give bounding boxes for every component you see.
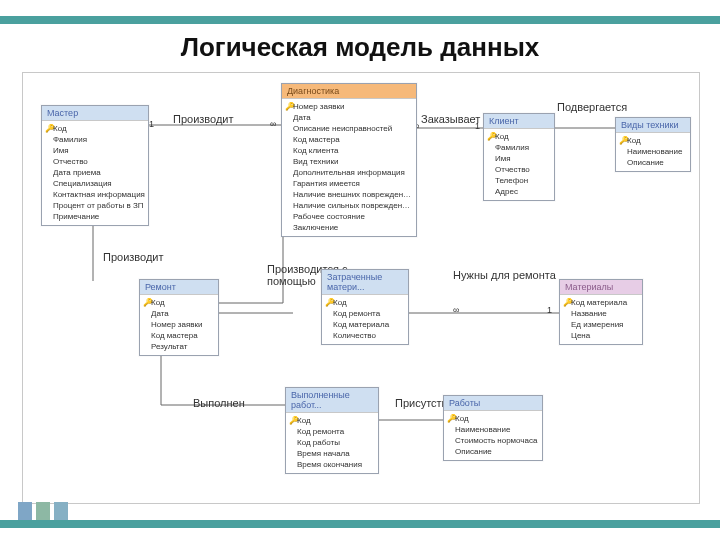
field: Контактная информация bbox=[53, 190, 145, 200]
field: Код клиента bbox=[293, 146, 413, 156]
field: Имя bbox=[495, 154, 551, 164]
field: Дата bbox=[293, 113, 413, 123]
key-icon: 🔑 bbox=[563, 298, 571, 308]
entity-body: 🔑Код материала Название Ед измерения Цен… bbox=[560, 295, 642, 344]
field: Заключение bbox=[293, 223, 413, 233]
field: Код мастера bbox=[293, 135, 413, 145]
footer-tab-1 bbox=[18, 502, 32, 520]
entity-header: Диагностика bbox=[282, 84, 416, 99]
field: Ед измерения bbox=[571, 320, 639, 330]
field: Название bbox=[571, 309, 639, 319]
field: Код материала bbox=[333, 320, 405, 330]
entity-header: Затраченные матери... bbox=[322, 270, 408, 295]
entity-header: Мастер bbox=[42, 106, 148, 121]
field: Описание bbox=[455, 447, 539, 457]
entity-done-work: Выполненные работ... 🔑Код Код ремонта Ко… bbox=[285, 387, 379, 474]
field: Код bbox=[333, 298, 405, 308]
field: Адрес bbox=[495, 187, 551, 197]
entity-body: 🔑Код Фамилия Имя Отчество Дата приема Сп… bbox=[42, 121, 148, 225]
field: Отчество bbox=[495, 165, 551, 175]
entity-body: 🔑Номер заявки Дата Описание неисправност… bbox=[282, 99, 416, 236]
field: Имя bbox=[53, 146, 145, 156]
field: Цена bbox=[571, 331, 639, 341]
field: Код bbox=[455, 414, 539, 424]
field: Номер заявки bbox=[293, 102, 413, 112]
field: Количество bbox=[333, 331, 405, 341]
entity-header: Ремонт bbox=[140, 280, 218, 295]
field: Вид техники bbox=[293, 157, 413, 167]
cardinality-mark: ∞ bbox=[270, 119, 276, 129]
entity-repair: Ремонт 🔑Код Дата Номер заявки Код мастер… bbox=[139, 279, 219, 356]
entity-spent-materials: Затраченные матери... 🔑Код Код ремонта К… bbox=[321, 269, 409, 345]
field: Рабочее состояние bbox=[293, 212, 413, 222]
entity-body: 🔑Код Фамилия Имя Отчество Телефон Адрес bbox=[484, 129, 554, 200]
field: Код ремонта bbox=[297, 427, 375, 437]
rel-done: Выполнен bbox=[193, 397, 245, 409]
top-accent-bar bbox=[0, 16, 720, 24]
field: Время окончания bbox=[297, 460, 375, 470]
field: Время начала bbox=[297, 449, 375, 459]
rel-produces-2: Производит bbox=[103, 251, 164, 263]
entity-body: 🔑Код Код ремонта Код материала Количеств… bbox=[322, 295, 408, 344]
entity-header: Материалы bbox=[560, 280, 642, 295]
field: Фамилия bbox=[53, 135, 145, 145]
field: Отчество bbox=[53, 157, 145, 167]
field: Дата bbox=[151, 309, 215, 319]
key-icon: 🔑 bbox=[143, 298, 151, 308]
entity-materials: Материалы 🔑Код материала Название Ед изм… bbox=[559, 279, 643, 345]
field: Код ремонта bbox=[333, 309, 405, 319]
field: Описание неисправностей bbox=[293, 124, 413, 134]
entity-header: Клиент bbox=[484, 114, 554, 129]
field: Код bbox=[151, 298, 215, 308]
rel-needed: Нужны для ремонта bbox=[453, 269, 556, 281]
cardinality-mark: 1 bbox=[149, 119, 154, 129]
field: Телефон bbox=[495, 176, 551, 186]
bottom-accent-bar bbox=[0, 520, 720, 528]
key-icon: 🔑 bbox=[45, 124, 53, 134]
entity-body: 🔑Код Наименование Стоимость нормочаса Оп… bbox=[444, 411, 542, 460]
key-icon: 🔑 bbox=[487, 132, 495, 142]
key-icon: 🔑 bbox=[619, 136, 627, 146]
field: Код bbox=[495, 132, 551, 142]
slide: Логическая модель данных Производит Зака… bbox=[0, 0, 720, 540]
field: Код мастера bbox=[151, 331, 215, 341]
diagram-canvas: Производит Заказывает Подвергается Произ… bbox=[22, 72, 700, 504]
page-title: Логическая модель данных bbox=[0, 32, 720, 63]
field: Результат bbox=[151, 342, 215, 352]
field: Стоимость нормочаса bbox=[455, 436, 539, 446]
field: Гарантия имеется bbox=[293, 179, 413, 189]
field: Специализация bbox=[53, 179, 145, 189]
field: Примечание bbox=[53, 212, 145, 222]
rel-subject-to: Подвергается bbox=[557, 101, 627, 113]
key-icon: 🔑 bbox=[325, 298, 333, 308]
entity-client: Клиент 🔑Код Фамилия Имя Отчество Телефон… bbox=[483, 113, 555, 201]
entity-body: 🔑Код Код ремонта Код работы Время начала… bbox=[286, 413, 378, 473]
rel-produces-1: Производит bbox=[173, 113, 234, 125]
field: Номер заявки bbox=[151, 320, 215, 330]
key-icon: 🔑 bbox=[447, 414, 455, 424]
field: Фамилия bbox=[495, 143, 551, 153]
entity-header: Работы bbox=[444, 396, 542, 411]
footer-tab-3 bbox=[54, 502, 68, 520]
entity-body: 🔑Код Дата Номер заявки Код мастера Резул… bbox=[140, 295, 218, 355]
footer-tab-2 bbox=[36, 502, 50, 520]
field: Наименование bbox=[455, 425, 539, 435]
key-icon: 🔑 bbox=[285, 102, 293, 112]
cardinality-mark: ∞ bbox=[453, 305, 459, 315]
entity-tech-types: Виды техники 🔑Код Наименование Описание bbox=[615, 117, 691, 172]
field: Наличие внешних повреждений на корпусе bbox=[293, 190, 413, 200]
cardinality-mark: 1 bbox=[475, 121, 480, 131]
field: Наименование bbox=[627, 147, 687, 157]
field: Описание bbox=[627, 158, 687, 168]
field: Код материала bbox=[571, 298, 639, 308]
field: Дата приема bbox=[53, 168, 145, 178]
field: Код работы bbox=[297, 438, 375, 448]
entity-header: Выполненные работ... bbox=[286, 388, 378, 413]
entity-header: Виды техники bbox=[616, 118, 690, 133]
entity-body: 🔑Код Наименование Описание bbox=[616, 133, 690, 171]
field: Наличие сильных повреждений на корпусе bbox=[293, 201, 413, 211]
field: Код bbox=[627, 136, 687, 146]
entity-works: Работы 🔑Код Наименование Стоимость нормо… bbox=[443, 395, 543, 461]
field: Код bbox=[297, 416, 375, 426]
field: Код bbox=[53, 124, 145, 134]
